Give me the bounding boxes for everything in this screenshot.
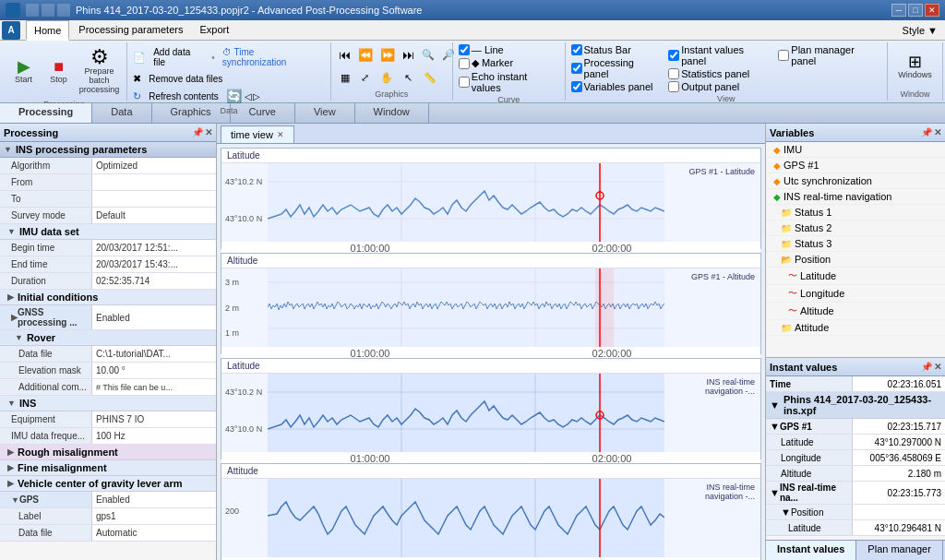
zoom-fit-button[interactable]: ⤢ [356,70,374,86]
output-panel-checkbox[interactable] [668,81,679,92]
time-view-tab[interactable]: time view ✕ [221,125,294,143]
variables-panel-label[interactable]: Variables panel [571,81,662,92]
nav-prev-button[interactable]: ⏪ [355,46,376,64]
nav-next-button[interactable]: ⏩ [377,46,398,64]
zoom-in-button[interactable]: 🔍 [419,47,437,63]
iv-close-button[interactable]: ✕ [934,362,941,372]
to-value[interactable] [92,191,216,207]
chart1-title: Latitude [221,149,760,163]
nav-start-button[interactable]: ⏮ [336,46,353,64]
chart-altitude-gps: Altitude GPS #1 - Altitude 3 m 2 m 1 m [221,253,761,354]
ins-header[interactable]: ▼ INS [0,396,216,411]
right-pin-button[interactable]: 📌 [921,127,932,137]
cursor-button[interactable]: ↖ [400,70,417,86]
iv-lon-label: Longitude [766,450,853,465]
var-gps1[interactable]: ◆ GPS #1 [766,158,945,173]
vehicle-cog-header[interactable]: ▶ Vehicle center of gravity lever arm [0,476,216,492]
menu-tab-home[interactable]: Home [26,20,69,41]
group-processing[interactable]: Processing [0,103,92,123]
left-close-button[interactable]: ✕ [205,127,212,137]
start-button[interactable]: ▶ Start [7,55,41,87]
from-value[interactable] [92,174,216,190]
time-view-close[interactable]: ✕ [277,130,284,139]
plan-manager-label[interactable]: Plan manager panel [778,44,881,66]
echo-checkbox-label[interactable]: Echo instant values [459,71,559,93]
var-status3[interactable]: 📁 Status 3 [766,236,945,252]
pan-button[interactable]: ✋ [376,70,398,86]
add-data-button[interactable]: Add data file [149,45,209,69]
instant-values-label[interactable]: Instant values panel [668,44,771,66]
group-data[interactable]: Data [92,103,151,123]
iv-tab-instant[interactable]: Instant values [766,541,856,560]
stop-button[interactable]: ■ Stop [42,55,76,87]
status-bar-label[interactable]: Status Bar [571,44,662,55]
marker-checkbox-label[interactable]: ◆ Marker [459,57,559,69]
statistics-panel-label[interactable]: Statistics panel [668,68,771,79]
chart1-legend: GPS #1 - Latitude [688,167,755,176]
iv-pin-button[interactable]: 📌 [921,362,932,372]
imu-data-header[interactable]: ▼ IMU data set [0,224,216,240]
marker-checkbox[interactable] [459,58,470,69]
var-position-label: Position [795,254,831,265]
fine-header[interactable]: ▶ Fine misalignment [0,460,216,476]
var-latitude[interactable]: 〜 Latitude [766,268,945,285]
chart3-body[interactable]: INS real-timenavigation -... 43°10.2 N 4… [221,374,760,452]
close-button[interactable]: ✕ [925,4,939,17]
maximize-button[interactable]: □ [908,4,923,17]
var-longitude[interactable]: 〜 Longitude [766,285,945,303]
measure-button[interactable]: 📏 [419,70,441,86]
time-sync-button[interactable]: ⏱ Time synchronization [218,45,325,69]
var-position[interactable]: 📂 Position [766,252,945,268]
iv-tab-plan[interactable]: Plan manager [856,541,943,560]
toolbar-icon-2[interactable] [42,4,54,17]
ins-params-header[interactable]: ▼ INS processing parameters [0,142,216,158]
statistics-panel-text: Statistics panel [681,68,749,79]
processing-panel-checkbox[interactable] [571,63,582,74]
echo-checkbox[interactable] [459,77,470,88]
status-bar-checkbox[interactable] [571,44,582,55]
right-close-button[interactable]: ✕ [934,127,941,137]
group-graphics[interactable]: Graphics [152,103,231,123]
statistics-panel-checkbox[interactable] [668,68,679,79]
instant-values-checkbox[interactable] [668,50,679,61]
menu-tab-processing[interactable]: Processing parameters [71,20,190,41]
minimize-button[interactable]: ─ [891,4,906,17]
line-checkbox[interactable] [459,44,470,55]
remove-data-button[interactable]: Remove data files [144,72,227,86]
var-status1[interactable]: 📁 Status 1 [766,205,945,220]
chart1-body[interactable]: GPS #1 - Latitude 43°10.2 N 43°10.0 N [221,163,760,242]
group-curve[interactable]: Curve [231,103,295,123]
nav-end-button[interactable]: ⏭ [400,46,417,64]
style-button[interactable]: Style ▼ [897,23,943,38]
var-imu[interactable]: ◆ IMU [766,142,945,158]
rough-header[interactable]: ▶ Rough misalignment [0,445,216,460]
app-logo-menu[interactable]: A [2,21,20,40]
var-ins-rtnav[interactable]: ◆ INS real-time navigation [766,189,945,205]
variables-panel-checkbox[interactable] [571,81,582,92]
menu-tab-export[interactable]: Export [192,20,236,41]
view-controls: Status Bar Processing panel Variables pa… [571,44,881,92]
chart2-body[interactable]: GPS #1 - Altitude 3 m 2 m 1 m [221,268,760,347]
group-view[interactable]: View [295,103,355,123]
var-altitude[interactable]: 〜 Altitude [766,303,945,320]
chart4-body[interactable]: INS real-timenavigation -... 200 [221,479,760,557]
var-utc-sync[interactable]: ◆ Utc synchronization [766,173,945,189]
output-panel-label[interactable]: Output panel [668,81,771,92]
select-button[interactable]: ▦ [336,70,354,86]
processing-panel-label[interactable]: Processing panel [571,57,662,79]
var-status2[interactable]: 📁 Status 2 [766,220,945,236]
plan-manager-checkbox[interactable] [778,50,789,61]
proc-row-equipment: Equipment PHINS 7 IO [0,411,216,428]
pin-button[interactable]: 📌 [192,127,203,137]
var-attitude[interactable]: 📁 Attitude [766,320,945,336]
toolbar-icon-1[interactable] [26,4,39,17]
windows-button[interactable]: ⊞ Windows [893,51,937,82]
line-checkbox-label[interactable]: — Line [459,44,559,55]
prepare-batch-button[interactable]: ⚙ Prepare batch processing [78,44,122,98]
toolbar-icon-3[interactable] [57,4,70,17]
group-window[interactable]: Window [355,103,429,123]
init-conditions-header[interactable]: ▶ Initial conditions [0,290,216,305]
rover-header[interactable]: ▼ Rover [0,330,216,346]
chart2-svg [221,268,674,347]
refresh-button[interactable]: Refresh contents [144,89,223,103]
